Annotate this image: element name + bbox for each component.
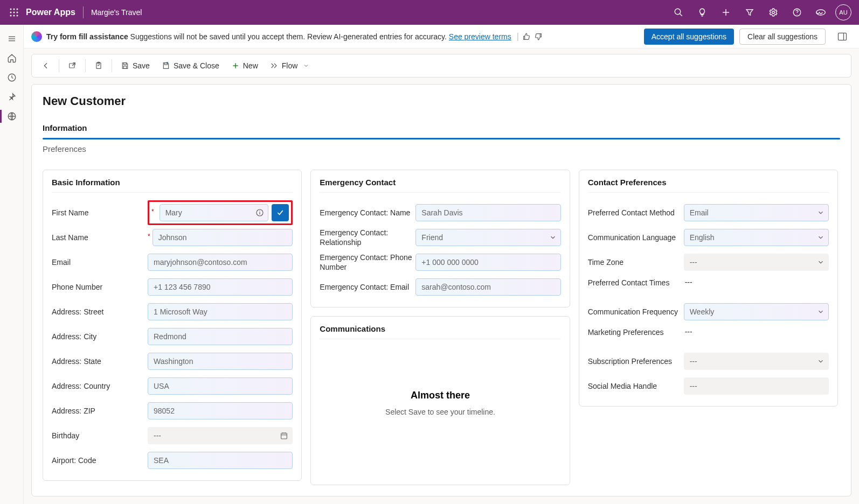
field-label: Email — [52, 257, 148, 267]
svg-point-1 — [13, 9, 15, 10]
clipboard-button[interactable] — [89, 54, 108, 78]
field-label: Social Media Handle — [588, 381, 684, 391]
last-name-input[interactable] — [153, 229, 293, 246]
field-label: Preferred Contact Times — [588, 278, 684, 288]
section-communications: Communications Almost there Select Save … — [310, 316, 570, 485]
menu-toggle-icon[interactable] — [0, 29, 24, 48]
ec-email-input[interactable] — [415, 278, 560, 296]
thumbs-down-icon[interactable] — [534, 32, 543, 41]
section-title: Communications — [320, 324, 560, 339]
back-button[interactable] — [36, 54, 56, 78]
field-label: Airport: Code — [52, 456, 148, 465]
mixed-reality-icon[interactable] — [809, 0, 832, 25]
section-emergency: Emergency Contact Emergency Contact: Nam… — [310, 170, 570, 307]
environment-name[interactable]: Margie's Travel — [91, 8, 142, 17]
email-input[interactable] — [148, 254, 293, 271]
copilot-icon — [31, 31, 42, 42]
marketing-value[interactable]: --- — [684, 327, 829, 336]
globe-icon[interactable] — [0, 107, 24, 126]
city-input[interactable] — [148, 328, 293, 345]
state-input[interactable] — [148, 353, 293, 370]
ec-name-input[interactable] — [415, 204, 560, 221]
field-label: Communication Frequency — [588, 307, 684, 317]
preview-terms-link[interactable]: See preview terms — [449, 32, 511, 41]
language-select[interactable] — [684, 229, 829, 246]
suggestion-infobar: Try form fill assistance Suggestions wil… — [24, 25, 859, 48]
zip-input[interactable] — [148, 402, 293, 419]
frequency-select[interactable] — [684, 303, 829, 320]
ec-phone-input[interactable] — [415, 254, 560, 271]
field-label: First Name — [52, 208, 148, 218]
svg-point-5 — [17, 12, 18, 13]
subscription-select[interactable] — [684, 353, 829, 370]
contact-times-value[interactable]: --- — [684, 278, 829, 286]
global-header: Power Apps Margie's Travel AU — [0, 0, 859, 25]
info-icon[interactable] — [255, 208, 264, 217]
field-label: Emergency Contact: Name — [320, 208, 415, 218]
settings-icon[interactable] — [762, 0, 785, 25]
timezone-select[interactable] — [684, 254, 829, 271]
field-label: Marketing Preferences — [588, 327, 684, 337]
ec-relationship-select[interactable] — [415, 229, 560, 246]
street-input[interactable] — [148, 303, 293, 320]
field-label: Address: ZIP — [52, 406, 148, 416]
save-button[interactable]: Save — [115, 54, 155, 78]
add-icon[interactable] — [715, 0, 737, 25]
record-form: New Customer Information Preferences Bas… — [31, 84, 851, 496]
country-input[interactable] — [148, 377, 293, 395]
svg-point-13 — [772, 11, 775, 14]
accept-all-button[interactable]: Accept all suggestions — [644, 29, 734, 45]
user-avatar[interactable]: AU — [835, 4, 851, 20]
svg-point-2 — [17, 9, 18, 10]
first-name-highlight: * — [148, 200, 293, 225]
phone-input[interactable] — [148, 278, 293, 296]
page-title: New Customer — [43, 94, 840, 108]
svg-line-10 — [680, 13, 682, 16]
recent-icon[interactable] — [0, 68, 24, 87]
tab-information[interactable]: Information — [43, 118, 840, 139]
flow-button[interactable]: Flow — [265, 54, 315, 78]
field-label: Address: Country — [52, 381, 148, 391]
infobar-text: Try form fill assistance Suggestions wil… — [46, 32, 511, 41]
contact-method-select[interactable] — [684, 204, 829, 221]
thumbs-up-icon[interactable] — [522, 32, 531, 41]
section-title: Contact Preferences — [588, 178, 829, 193]
airport-input[interactable] — [148, 452, 293, 469]
svg-point-33 — [260, 211, 260, 211]
field-label: Emergency Contact: Phone Number — [320, 253, 415, 272]
first-name-input[interactable] — [160, 204, 269, 221]
accept-suggestion-button[interactable] — [272, 204, 289, 221]
lightbulb-icon[interactable] — [691, 0, 713, 25]
field-label: Last Name — [52, 233, 148, 242]
new-button[interactable]: New — [226, 54, 264, 78]
section-title: Emergency Contact — [320, 178, 560, 193]
svg-point-7 — [13, 15, 15, 17]
field-label: Time Zone — [588, 257, 684, 267]
left-nav-rail — [0, 25, 24, 504]
save-close-button[interactable]: Save & Close — [156, 54, 225, 78]
clear-all-button[interactable]: Clear all suggestions — [739, 29, 826, 45]
open-in-new-button[interactable] — [63, 54, 82, 78]
field-label: Emergency Contact: Relationship — [320, 228, 415, 247]
field-label: Address: Street — [52, 307, 148, 317]
pin-icon[interactable] — [0, 87, 24, 107]
field-label: Preferred Contact Method — [588, 208, 684, 218]
svg-rect-27 — [123, 66, 126, 69]
field-label: Subscription Preferences — [588, 356, 684, 366]
svg-point-9 — [675, 9, 681, 15]
social-input[interactable] — [684, 377, 829, 395]
copilot-panel-icon[interactable] — [833, 31, 851, 42]
field-label: Address: State — [52, 356, 148, 366]
svg-rect-26 — [123, 63, 126, 65]
svg-rect-22 — [839, 33, 847, 40]
command-bar: Save Save & Close New Flow — [31, 54, 851, 78]
filter-icon[interactable] — [738, 0, 761, 25]
help-icon[interactable] — [786, 0, 808, 25]
tab-preferences[interactable]: Preferences — [43, 139, 840, 160]
birthday-input[interactable] — [148, 427, 293, 444]
svg-point-15 — [796, 14, 797, 15]
form-tabs: Information Preferences — [43, 118, 840, 160]
search-icon[interactable] — [667, 0, 690, 25]
app-launcher-icon[interactable] — [5, 4, 23, 21]
home-icon[interactable] — [0, 48, 24, 68]
